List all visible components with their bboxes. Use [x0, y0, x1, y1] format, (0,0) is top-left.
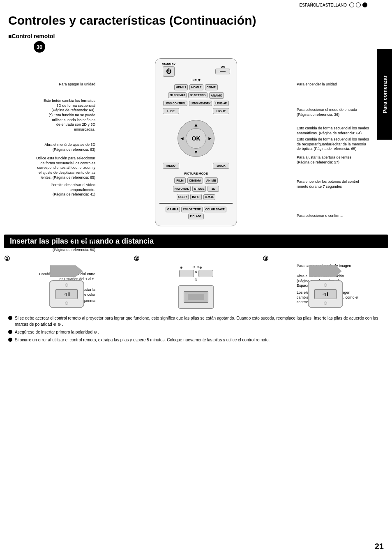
step1-arrow — [50, 265, 83, 277]
annotations-right: Para encender la unidad Para seleccionar… — [293, 54, 388, 230]
section-heading-area: ■ Control remotol — [0, 33, 392, 39]
natural-button[interactable]: NATURAL — [173, 186, 191, 192]
arrow-down-button[interactable]: ▼ — [194, 149, 198, 155]
step3-arrow — [309, 265, 342, 277]
input-label: INPUT — [159, 79, 233, 82]
film-button[interactable]: FILM — [174, 177, 186, 184]
step3-battery-slot: ◁‖▐ — [314, 289, 337, 299]
setting3d-button[interactable]: 3D SETTING — [188, 92, 207, 98]
step3-num: ③ — [263, 255, 268, 262]
gamma-row: GAMMA COLOR TEMP COLOR SPACE PIC. ADJ. — [159, 207, 233, 219]
language-circles — [349, 2, 367, 7]
on-label: ON — [221, 65, 225, 68]
lens-row: LENS CONTROL LENS MEMORY LENS AP. — [159, 101, 233, 106]
remote-control: STAND BY ⏻ ON INPUT HDMI 1 HDMI 2 COMP. — [155, 58, 237, 226]
lens-memory-button[interactable]: LENS MEMORY — [189, 101, 212, 106]
ann-left-4: Utilice esta función para seleccionarde … — [9, 156, 95, 180]
film-cinema-anime-row: FILM CINEMA ANIME — [159, 177, 233, 184]
step1-battery-slot: ◁‖▐ — [55, 289, 78, 299]
format3d-button[interactable]: 3D FORMAT — [168, 92, 187, 98]
input-row: HDMI 1 HDMI 2 COMP. — [159, 84, 233, 90]
hide-button[interactable]: HIDE — [163, 108, 179, 114]
circle-1 — [349, 2, 354, 7]
on-group: ON — [215, 65, 230, 74]
lens-control-button[interactable]: LENS CONTROL — [163, 101, 187, 106]
standby-on-row: STAND BY ⏻ ON — [159, 63, 233, 77]
on-button[interactable] — [215, 69, 230, 74]
batt2-body — [198, 270, 213, 277]
battery-step-1: ① ◁‖▐ — [4, 255, 129, 309]
page-number: 21 — [375, 542, 384, 551]
ann-left-1: Para apagar la unidad — [9, 82, 95, 87]
ann-right-7: Para seleccionar o confirmar — [297, 214, 383, 219]
anime-button[interactable]: ANIME — [205, 177, 218, 184]
step2-battery — [188, 294, 204, 300]
comp-button[interactable]: COMP. — [205, 84, 218, 90]
hdmi2-button[interactable]: HDMI 2 — [189, 84, 203, 90]
color-temp-button[interactable]: COLOR TEMP — [181, 207, 202, 212]
user-button[interactable]: USER — [177, 194, 189, 200]
user-info-cmd-row: USER INFO C.M.D. — [159, 194, 233, 200]
ann-right-6: Para encender los botones del controlrem… — [297, 180, 383, 189]
step3-remote: ◁‖▐ — [308, 280, 343, 308]
lens-ap-button[interactable]: LENS AP. — [214, 101, 229, 106]
ok-area: OK ▲ ▼ ◄ ► — [175, 118, 217, 159]
arrow-right-button[interactable]: ► — [208, 136, 212, 141]
battery-note-3-text: Si ocurre un error al utilizar el contro… — [15, 337, 270, 343]
pic-adj-button[interactable]: PIC. ADJ. — [188, 214, 203, 219]
battery-step-3: ③ ◁‖▐ — [263, 255, 388, 309]
section-heading-text: Control remotol — [12, 33, 55, 39]
language-bar: ESPAÑOL/CASTELLANO — [0, 0, 392, 9]
menu-button[interactable]: MENU — [163, 163, 179, 169]
cmd-button[interactable]: C.M.D. — [203, 194, 216, 200]
batt2-plus: ⊕ — [199, 266, 202, 269]
color-space-button[interactable]: COLOR SPACE — [204, 207, 226, 212]
info-button[interactable]: INFO — [190, 194, 202, 200]
light-button[interactable]: LIGHT — [213, 108, 229, 114]
natural-stage-3d-row: NATURAL STAGE 3D — [159, 186, 233, 192]
input-label-area: INPUT — [159, 79, 233, 82]
hdmi1-button[interactable]: HDMI 1 — [174, 84, 188, 90]
battery-step-2: ② ⊖ ⊕ ⊕ ⊕ ⊕ — [134, 255, 259, 309]
annotations-left: Para apagar la unidad Este botón cambia … — [4, 54, 99, 230]
page-title: Controles y características (Continuació… — [0, 9, 392, 30]
circle-2 — [356, 2, 361, 7]
3d-button[interactable]: 3D — [208, 186, 219, 192]
batt1-minus: ⊕ — [180, 266, 183, 269]
bullet-dot-2 — [8, 330, 12, 334]
step2-polarity-bottom: ⊖ — [178, 278, 214, 282]
step3-illus: ◁‖▐ — [263, 264, 388, 309]
ann-right-5: Para ajustar la apertura de lentes(Págin… — [297, 155, 383, 165]
gamma-button[interactable]: GAMMA — [166, 207, 180, 212]
standby-button[interactable]: ⏻ — [163, 66, 175, 77]
arrow-left-button[interactable]: ◄ — [180, 136, 184, 141]
picture-mode-label: PICTURE MODE — [159, 172, 233, 175]
step1-num: ① — [4, 255, 10, 262]
step1-remote: ◁‖▐ — [49, 280, 84, 308]
section-divider — [159, 203, 233, 204]
step1-circle-bottom — [65, 302, 68, 305]
battery-note-2: Asegúrese de insertar primero la polarid… — [8, 329, 384, 335]
step1-circle-top — [65, 283, 68, 287]
battery-note-2-text: Asegúrese de insertar primero la polarid… — [15, 329, 99, 335]
ann-right-8: Para regresar al menú anterior(Página de… — [297, 235, 383, 244]
minus-bottom: ⊖ — [194, 278, 198, 282]
picture-mode-label-area: PICTURE MODE — [159, 172, 233, 175]
format-row: 3D FORMAT 3D SETTING ANAMO — [159, 92, 233, 99]
ann-left-2: Este botón cambia los formatos3D de form… — [9, 99, 95, 132]
stage-button[interactable]: STAGE — [192, 186, 206, 192]
arrow-up-button[interactable]: ▲ — [194, 122, 198, 128]
battery-notes: Si se debe acercar el control remoto al … — [0, 313, 392, 349]
back-button[interactable]: BACK — [213, 163, 229, 169]
minus-symbol: ⊖ — [192, 265, 196, 269]
ok-button[interactable]: OK — [186, 128, 206, 149]
ann-left-6: Para mostrar/cerrar el menú(Página de re… — [9, 238, 95, 253]
step3-circle-top — [324, 283, 327, 287]
ann-right-4: Esto cambia de forma secuencial los modo… — [297, 137, 383, 152]
ann-right-1: Para encender la unidad — [297, 82, 383, 87]
ann-left-3: Abra el menú de ajustes de 3D(Página de … — [9, 143, 95, 152]
anamo-button[interactable]: ANAMO — [209, 92, 224, 99]
cinema-button[interactable]: CINEMA — [187, 177, 203, 184]
step2-illus: ⊖ ⊕ ⊕ ⊕ ⊕ ⊖ — [134, 264, 259, 309]
ann-right-3: Esto cambia de forma secuencial los modo… — [297, 126, 383, 136]
